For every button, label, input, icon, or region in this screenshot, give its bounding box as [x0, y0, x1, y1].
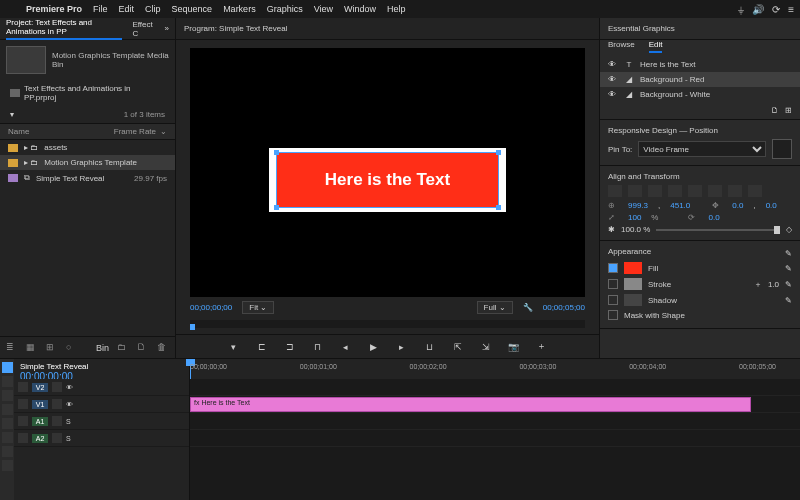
eye-icon[interactable]: 👁	[66, 384, 73, 391]
list-item[interactable]: ▸ 🗀 Motion Graphics Template	[0, 155, 175, 170]
tab-edit[interactable]: Edit	[649, 40, 663, 53]
align-left-icon[interactable]	[608, 185, 622, 197]
menu-window[interactable]: Window	[339, 4, 381, 14]
align-hcenter-icon[interactable]	[628, 185, 642, 197]
layer-row[interactable]: 👁 T Here is the Text	[600, 57, 800, 72]
align-bottom-icon[interactable]	[708, 185, 722, 197]
trash-icon[interactable]: 🗑	[157, 342, 169, 354]
pin-to-select[interactable]: Video Frame	[638, 141, 766, 157]
anchor-x[interactable]: 0.0	[732, 201, 743, 210]
selection-tool-icon[interactable]	[2, 362, 13, 373]
track-label[interactable]: V1	[32, 400, 48, 409]
track-toggle[interactable]	[52, 382, 62, 392]
mark-out-icon[interactable]: ⊐	[283, 340, 297, 354]
go-to-out-icon[interactable]: ⊔	[423, 340, 437, 354]
selection-handle[interactable]	[496, 205, 501, 210]
program-tc-right[interactable]: 00;00;05;00	[543, 303, 585, 312]
shadow-swatch[interactable]	[624, 294, 642, 306]
scale-value[interactable]: 100	[628, 213, 641, 222]
project-file-row[interactable]: Text Effects and Animations in PP.prproj	[0, 80, 175, 106]
video-clip[interactable]: fx Here is the Text	[190, 397, 751, 412]
add-stroke-icon[interactable]: ＋	[754, 279, 762, 290]
menu-sequence[interactable]: Sequence	[167, 4, 218, 14]
background-red-layer[interactable]: Here is the Text	[277, 153, 498, 208]
program-panel-tab[interactable]: Program: Simple Text Reveal	[176, 18, 599, 40]
opacity-slider[interactable]	[656, 229, 780, 231]
mute-toggle[interactable]	[52, 416, 62, 426]
add-marker-icon[interactable]: ▾	[227, 340, 241, 354]
col-framerate[interactable]: Frame Rate	[114, 127, 156, 136]
lane-a2[interactable]	[190, 430, 800, 447]
tab-project[interactable]: Project: Text Effects and Animations in …	[6, 18, 122, 40]
pin-grid[interactable]	[772, 139, 792, 159]
mute-toggle[interactable]	[52, 433, 62, 443]
lane-a1[interactable]	[190, 413, 800, 430]
track-label[interactable]: A1	[32, 417, 48, 426]
opacity-value[interactable]: 100.0 %	[621, 225, 650, 234]
track-header-a2[interactable]: A2S	[14, 430, 189, 447]
mini-playhead[interactable]	[190, 324, 195, 330]
track-header-a1[interactable]: A1S	[14, 413, 189, 430]
menu-file[interactable]: File	[88, 4, 113, 14]
lift-icon[interactable]: ⇱	[451, 340, 465, 354]
distribute-h-icon[interactable]	[728, 185, 742, 197]
align-top-icon[interactable]	[668, 185, 682, 197]
fit-dropdown[interactable]: Fit ⌄	[242, 301, 274, 314]
track-label[interactable]: A2	[32, 434, 48, 443]
solo-icon[interactable]: S	[66, 435, 71, 442]
type-tool-icon[interactable]	[2, 460, 13, 471]
col-sort-icon[interactable]: ⌄	[160, 127, 167, 136]
step-back-icon[interactable]: ◂	[339, 340, 353, 354]
new-layer-icon[interactable]: 🗋	[771, 106, 779, 115]
go-to-in-icon[interactable]: ⊓	[311, 340, 325, 354]
selection-handle[interactable]	[274, 205, 279, 210]
rotation-value[interactable]: 0.0	[708, 213, 719, 222]
align-right-icon[interactable]	[648, 185, 662, 197]
track-toggle[interactable]	[52, 399, 62, 409]
play-icon[interactable]: ▶	[367, 340, 381, 354]
selection-handle[interactable]	[496, 150, 501, 155]
app-name[interactable]: Premiere Pro	[21, 4, 87, 14]
slip-tool-icon[interactable]	[2, 418, 13, 429]
menu-clip[interactable]: Clip	[140, 4, 166, 14]
pen-tool-icon[interactable]	[2, 432, 13, 443]
anchor-y[interactable]: 0.0	[766, 201, 777, 210]
button-editor-icon[interactable]: ＋	[535, 340, 549, 354]
source-patch[interactable]	[18, 382, 28, 392]
wifi-icon[interactable]: ⏚	[738, 4, 744, 15]
eye-icon[interactable]: 👁	[66, 401, 73, 408]
wrench-icon[interactable]: 🔧	[523, 303, 533, 312]
extract-icon[interactable]: ⇲	[479, 340, 493, 354]
new-item-icon[interactable]: 🗋	[137, 342, 149, 354]
pos-x[interactable]: 999.3	[628, 201, 648, 210]
eyedropper-icon[interactable]: ✎	[785, 296, 792, 305]
ripple-tool-icon[interactable]	[2, 390, 13, 401]
eye-icon[interactable]: 👁	[608, 90, 618, 99]
fill-swatch[interactable]	[624, 262, 642, 274]
lane-v2[interactable]	[190, 379, 800, 396]
eye-icon[interactable]: 👁	[608, 75, 618, 84]
solo-icon[interactable]: S	[66, 418, 71, 425]
list-item[interactable]: ▸ 🗀 assets	[0, 140, 175, 155]
export-frame-icon[interactable]: 📷	[507, 340, 521, 354]
track-header-v2[interactable]: V2👁	[14, 379, 189, 396]
program-mini-timeline[interactable]	[190, 320, 585, 328]
source-patch[interactable]	[18, 399, 28, 409]
timeline-ruler[interactable]: 00;00;00;00 00;00;01;00 00;00;02;00 00;0…	[190, 359, 800, 379]
search-icon[interactable]: ≡	[788, 4, 794, 15]
menu-markers[interactable]: Markers	[218, 4, 261, 14]
track-select-tool-icon[interactable]	[2, 376, 13, 387]
list-view-icon[interactable]: ≣	[6, 342, 18, 354]
hand-tool-icon[interactable]	[2, 446, 13, 457]
tab-browse[interactable]: Browse	[608, 40, 635, 53]
sync-icon[interactable]: ⟳	[772, 4, 780, 15]
razor-tool-icon[interactable]	[2, 404, 13, 415]
eyedropper-icon[interactable]: ✎	[785, 249, 792, 258]
list-item[interactable]: ⧉ Simple Text Reveal 29.97 fps	[0, 170, 175, 186]
tab-effect-controls[interactable]: Effect C	[132, 20, 154, 38]
track-lanes[interactable]: fx Here is the Text	[190, 379, 800, 500]
pos-y[interactable]: 451.0	[670, 201, 690, 210]
col-name[interactable]: Name	[8, 127, 29, 136]
icon-view-icon[interactable]: ▦	[26, 342, 38, 354]
resolution-dropdown[interactable]: Full ⌄	[477, 301, 513, 314]
